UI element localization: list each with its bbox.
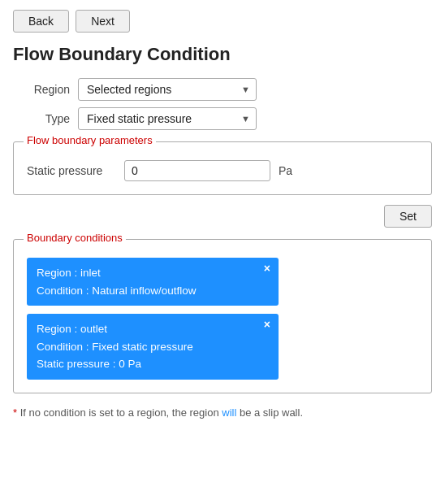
region-row: Region Selected regions All regions ▼: [13, 78, 432, 101]
boundary-conditions-box: Boundary conditions × Region : inlet Con…: [13, 239, 432, 393]
footnote-highlight: will: [222, 406, 236, 419]
back-button[interactable]: Back: [13, 10, 69, 33]
flow-params-legend: Flow boundary parameters: [24, 134, 156, 146]
condition-card-outlet: × Region : outlet Condition : Fixed stat…: [27, 314, 279, 380]
static-pressure-label: Static pressure: [27, 164, 116, 177]
static-pressure-row: Static pressure Pa: [27, 160, 418, 181]
condition-outlet-line2: Condition : Fixed static pressure: [37, 338, 269, 356]
type-select[interactable]: Fixed static pressure Natural inflow/out…: [78, 107, 257, 130]
boundary-conditions-legend: Boundary conditions: [24, 232, 126, 244]
condition-card-inlet: × Region : inlet Condition : Natural inf…: [27, 258, 279, 306]
flow-params-box: Flow boundary parameters Static pressure…: [13, 141, 432, 195]
top-buttons-row: Back Next: [13, 10, 432, 33]
close-inlet-button[interactable]: ×: [264, 263, 270, 274]
condition-outlet-line1: Region : outlet: [37, 320, 269, 338]
set-button[interactable]: Set: [384, 205, 432, 228]
set-btn-row: Set: [13, 205, 432, 228]
footnote-text: If no condition is set to a region, the …: [17, 406, 222, 419]
page-title: Flow Boundary Condition: [13, 44, 432, 65]
region-label: Region: [13, 83, 70, 96]
type-label: Type: [13, 112, 70, 125]
static-pressure-unit: Pa: [279, 164, 292, 177]
next-button[interactable]: Next: [76, 10, 130, 33]
condition-inlet-line1: Region : inlet: [37, 264, 269, 282]
footnote: * If no condition is set to a region, th…: [13, 406, 432, 419]
condition-inlet-line2: Condition : Natural inflow/outflow: [37, 282, 269, 300]
region-select[interactable]: Selected regions All regions: [78, 78, 257, 101]
static-pressure-input[interactable]: [124, 160, 270, 181]
condition-outlet-line3: Static pressure : 0 Pa: [37, 355, 269, 373]
footnote-end: be a slip wall.: [236, 406, 303, 419]
type-row: Type Fixed static pressure Natural inflo…: [13, 107, 432, 130]
region-select-wrapper: Selected regions All regions ▼: [78, 78, 257, 101]
type-select-wrapper: Fixed static pressure Natural inflow/out…: [78, 107, 257, 130]
close-outlet-button[interactable]: ×: [264, 319, 270, 330]
